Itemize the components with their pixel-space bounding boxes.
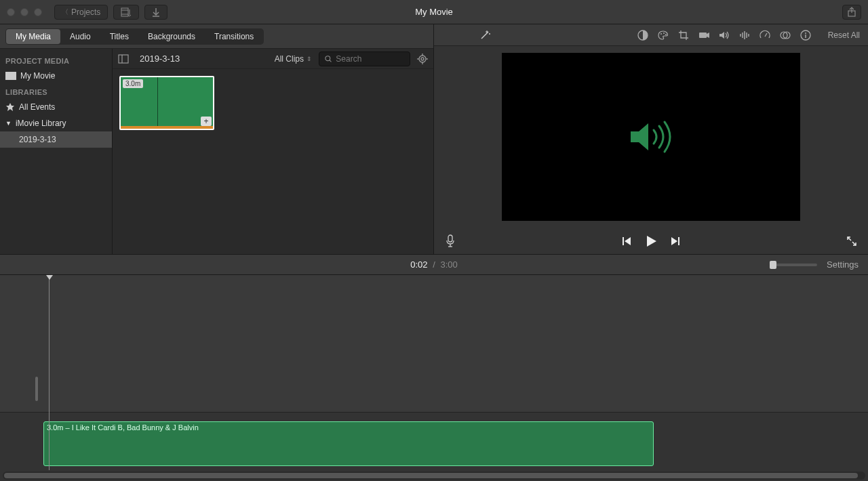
next-button[interactable] (670, 236, 681, 247)
skip-back-icon (621, 236, 632, 247)
crop-button[interactable] (675, 26, 692, 44)
svg-rect-45 (448, 235, 452, 242)
media-clip-thumbnail[interactable]: 3.0m + (119, 76, 214, 130)
svg-point-42 (805, 33, 806, 34)
zoom-slider-handle[interactable] (770, 261, 776, 269)
tab-my-media[interactable]: My Media (6, 29, 60, 44)
tab-backgrounds[interactable]: Backgrounds (138, 29, 205, 44)
svg-point-27 (660, 33, 662, 35)
volume-button[interactable] (715, 26, 733, 44)
color-balance-button[interactable] (634, 26, 652, 44)
svg-point-29 (665, 34, 667, 35)
audio-speaker-icon (624, 117, 678, 157)
clip-duration-badge: 3.0m (123, 79, 143, 88)
viewer-controls (434, 228, 868, 254)
clip-filter-button[interactable] (776, 26, 794, 44)
tab-audio[interactable]: Audio (60, 29, 100, 44)
timeline-playhead[interactable] (49, 275, 50, 470)
clip-browser: 2019-3-13 All Clips ⇕ (112, 49, 433, 254)
download-button[interactable] (144, 5, 167, 20)
maximize-window-button[interactable] (34, 8, 42, 16)
browser-content: 3.0m + (113, 69, 433, 254)
imovie-library-label: iMovie Library (16, 119, 66, 128)
gear-icon (417, 54, 428, 64)
timeline-scrollbar-thumb[interactable] (4, 473, 858, 478)
search-icon (325, 55, 332, 63)
fullscreen-icon (846, 236, 857, 247)
svg-marker-10 (6, 103, 14, 111)
noise-reduction-button[interactable] (736, 26, 753, 44)
timeline-audio-clip[interactable]: 3.0m – I Like It Cardi B, Bad Bunny & J … (43, 421, 654, 466)
sidebar-event-item[interactable]: 2019-3-13 (0, 131, 112, 148)
previous-button[interactable] (621, 236, 632, 247)
skip-forward-icon (670, 236, 681, 247)
timeline-settings-button[interactable]: Settings (827, 259, 859, 270)
timeline[interactable]: 3.0m – I Like It Cardi B, Bad Bunny & J … (0, 275, 868, 481)
svg-marker-31 (707, 33, 709, 38)
search-input[interactable] (336, 54, 404, 64)
timeline-video-track[interactable] (0, 275, 868, 412)
enhance-button[interactable] (476, 26, 494, 44)
stabilization-button[interactable] (695, 26, 713, 44)
svg-marker-32 (719, 32, 724, 39)
import-media-button[interactable] (113, 5, 139, 20)
svg-point-16 (421, 58, 424, 60)
timeline-header: 0:02 / 3:00 Settings (0, 255, 868, 275)
media-tabs: My Media Audio Titles Backgrounds Transi… (0, 24, 433, 49)
viewer-canvas[interactable] (502, 53, 800, 221)
svg-marker-49 (625, 237, 631, 245)
browser-header: 2019-3-13 All Clips ⇕ (113, 49, 433, 69)
track-marker (35, 377, 38, 401)
svg-rect-30 (699, 33, 707, 38)
crop-icon (678, 30, 689, 41)
svg-marker-51 (671, 237, 677, 245)
libraries-header: LIBRARIES (0, 84, 112, 99)
fullscreen-button[interactable] (846, 236, 857, 247)
svg-marker-44 (631, 123, 648, 150)
sidebar-project-item[interactable]: My Movie (0, 68, 112, 84)
microphone-icon (445, 234, 456, 248)
svg-line-38 (765, 33, 767, 37)
chevron-left-icon: 〈 (62, 7, 68, 17)
share-button[interactable] (842, 5, 861, 20)
color-balance-icon (637, 30, 648, 41)
updown-chevron-icon: ⇕ (307, 56, 312, 62)
projects-back-button[interactable]: 〈 Projects (54, 5, 108, 20)
color-correction-button[interactable] (654, 26, 672, 44)
clip-filter-dropdown[interactable]: All Clips ⇕ (275, 54, 312, 64)
reset-all-button[interactable]: Reset All (828, 30, 860, 40)
sidebar-all-events[interactable]: All Events (0, 99, 112, 115)
tab-titles[interactable]: Titles (100, 29, 138, 44)
viewer-toolbar: Reset All (434, 24, 868, 46)
tab-transitions[interactable]: Transitions (205, 29, 263, 44)
time-display: 0:02 / 3:00 (410, 259, 458, 270)
play-button[interactable] (644, 234, 658, 248)
svg-point-28 (663, 33, 665, 34)
speed-button[interactable] (756, 26, 774, 44)
voiceover-button[interactable] (445, 234, 456, 248)
event-date-label: 2019-3-13 (19, 135, 56, 144)
svg-marker-50 (647, 236, 656, 247)
browser-settings-button[interactable] (417, 54, 428, 64)
share-icon (847, 7, 856, 18)
info-button[interactable] (797, 26, 814, 44)
timeline-scrollbar[interactable] (3, 472, 865, 480)
minimize-window-button[interactable] (20, 8, 28, 16)
filmstrip-icon (121, 7, 132, 17)
close-window-button[interactable] (7, 8, 15, 16)
sidebar-toggle-icon[interactable] (118, 54, 129, 64)
project-media-header: PROJECT MEDIA (0, 53, 112, 68)
window-title: My Movie (415, 7, 453, 17)
add-clip-button[interactable]: + (201, 117, 212, 126)
search-box[interactable] (319, 51, 410, 66)
svg-point-15 (419, 56, 426, 62)
viewer-panel: Reset All (434, 24, 868, 254)
tab-segmented-control: My Media Audio Titles Backgrounds Transi… (5, 28, 264, 45)
timeline-zoom-slider[interactable] (770, 264, 817, 266)
overlap-circles-icon (780, 30, 791, 40)
library-sidebar: PROJECT MEDIA My Movie LIBRARIES All Eve… (0, 49, 112, 254)
info-icon (800, 30, 811, 41)
clapperboard-icon (5, 72, 16, 80)
svg-line-14 (330, 60, 332, 62)
sidebar-imovie-library[interactable]: ▼ iMovie Library (0, 115, 112, 131)
